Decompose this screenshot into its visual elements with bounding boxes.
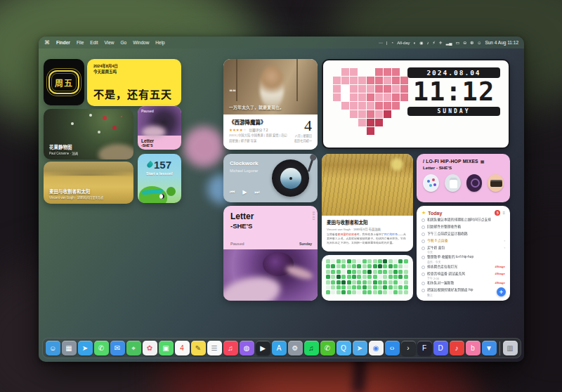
add-reminder-button[interactable]: + — [497, 287, 506, 296]
dock-icon-finder[interactable]: ☺ — [46, 341, 60, 355]
todo-checkbox[interactable] — [422, 226, 425, 229]
status-icon-1[interactable]: | — [386, 41, 388, 45]
menu-item-help[interactable]: Help — [155, 40, 164, 45]
dock-icon-netease-music[interactable]: ♪ — [450, 341, 464, 355]
dock-icon-photos[interactable]: ✿ — [143, 341, 157, 355]
art-widget-wheatfield[interactable]: 麦田与收割者和太阳 Vincent van Gogh · 1889年6月至9月初 — [44, 162, 133, 204]
dock-icon-terminal[interactable]: › — [401, 341, 416, 355]
art-widget-cezanne[interactable]: 花果静物图 Paul Cézanne · 油画 — [44, 109, 133, 159]
contribution-cell — [341, 259, 346, 263]
dock-icon-spotify[interactable]: ♫ — [304, 341, 319, 355]
contribution-cell — [347, 275, 351, 279]
friday-badge-widget[interactable]: 周五 — [44, 59, 84, 105]
todo-item-tag[interactable]: #Stage — [495, 281, 505, 285]
menu-item-window[interactable]: Window — [133, 40, 149, 45]
todo-checkbox[interactable] — [422, 256, 425, 259]
dock-icon-mail[interactable]: ✉ — [110, 341, 125, 355]
todo-checkbox[interactable] — [422, 233, 425, 236]
lofi-playlist-widget[interactable]: / LO-FI HIP-HOP MIXES ▦ Letter - SHE'S — [417, 154, 510, 202]
status-icon-9[interactable]: ▂▄ — [446, 40, 452, 45]
todo-item-tag[interactable]: #Stage — [495, 265, 505, 268]
dock-icon-messages[interactable]: ✆ — [94, 341, 109, 355]
vangogh-subtitle: Vincent van Gogh · 1889年9月 布面油画 — [327, 227, 408, 231]
dock-icon-discord[interactable]: D — [433, 341, 448, 355]
contribution-graph-widget[interactable] — [322, 255, 413, 301]
status-icon-0[interactable]: ⋯ — [379, 40, 383, 45]
todo-item: 和乐队对一遍新歌#Stage — [422, 281, 505, 287]
todo-checkbox[interactable] — [422, 273, 425, 276]
dock-icon-trash[interactable]: ▥ — [503, 341, 518, 355]
status-icon-3[interactable]: All-day — [397, 41, 410, 45]
dock-icon-downloads[interactable]: ▼ — [482, 341, 497, 355]
status-icon-2[interactable]: ◔ — [391, 41, 394, 45]
dock-icon-facetime[interactable]: ▣ — [159, 341, 174, 355]
todo-checkbox[interactable] — [422, 266, 425, 269]
pixel-clock-widget[interactable]: 2024.08.04 11:12 SUNDAY — [322, 59, 510, 149]
movie-quote-widget[interactable]: ❝❝ 一万年太久了，就要爱现在。 《西游降魔篇》 ★★★★☆ 豆瓣评分 7.2 … — [223, 59, 318, 150]
status-icon-7[interactable]: ⚡ — [432, 40, 435, 45]
apple-menu-icon[interactable]: ⌘ — [44, 39, 50, 46]
dock-icon-vscode[interactable]: ‹› — [385, 341, 400, 355]
dock-icon-settings[interactable]: ⚙ — [288, 341, 303, 355]
status-icon-5[interactable]: ◉ — [419, 40, 423, 45]
music-widget-letter-small[interactable]: Paused Letter -SHE'S — [138, 106, 181, 150]
status-icon-8[interactable]: ✈ — [439, 40, 443, 45]
contribution-cell — [378, 259, 382, 263]
next-track-button[interactable]: ⏭ — [254, 189, 259, 196]
menu-bar-clock[interactable]: Sun 4 Aug 11:12 — [485, 40, 518, 45]
heart-pixel — [375, 110, 383, 118]
dock-icon-safari[interactable]: ➤ — [78, 341, 93, 355]
todo-menu-icon[interactable]: ≡ — [502, 211, 505, 215]
todo-checkbox[interactable] — [422, 247, 425, 250]
contribution-cell — [373, 264, 377, 268]
dock-icon-figma[interactable]: F — [417, 341, 432, 355]
music-widget-letter-large[interactable]: Letter -SHE'S Paused 04:03 Sunday — [223, 206, 318, 301]
dock-icon-notes[interactable]: ✎ — [191, 341, 206, 355]
heart-pixel — [392, 93, 400, 101]
todo-item-tag[interactable]: #Stage — [495, 272, 505, 275]
heart-pixel — [384, 77, 391, 84]
todo-checkbox[interactable] — [422, 240, 425, 243]
dock-icon-telegram[interactable]: ➤ — [353, 341, 367, 355]
lofi-vinyl-cover[interactable] — [466, 174, 483, 192]
previous-track-button[interactable]: ⏮ — [230, 189, 235, 196]
status-icon-6[interactable]: ♪ — [426, 41, 429, 45]
menu-item-edit[interactable]: Edit — [90, 40, 98, 45]
menu-item-go[interactable]: Go — [121, 40, 127, 45]
play-button[interactable]: ▶ — [242, 189, 247, 196]
lofi-player-cover[interactable] — [445, 174, 461, 192]
dock-icon-maps[interactable]: ⌖ — [126, 341, 141, 355]
dock-icon-reminders[interactable]: ☰ — [207, 341, 222, 355]
dock-icon-podcasts[interactable]: ◍ — [240, 341, 254, 355]
todo-checkbox[interactable] — [422, 282, 425, 285]
menu-item-finder[interactable]: Finder — [56, 40, 70, 45]
todo-checkbox[interactable] — [422, 289, 425, 292]
status-icon-11[interactable]: ⊖ — [463, 40, 466, 45]
dock-icon-chrome[interactable]: ◉ — [369, 341, 384, 355]
lofi-cassette-cover[interactable] — [488, 174, 504, 192]
status-icon-12[interactable]: ❆ — [470, 40, 473, 45]
dock-icon-launchpad[interactable]: ▦ — [62, 341, 77, 355]
status-icon-10[interactable]: ▭ — [456, 40, 460, 45]
music-widget-clockwork[interactable]: Clockwork Michael Logozar ⏮ ▶ ⏭ — [223, 154, 318, 202]
menu-item-file[interactable]: File — [77, 40, 84, 45]
duolingo-streak-widget[interactable]: 157 Start a lesson! — [138, 154, 181, 203]
dock-icon-music[interactable]: ♫ — [223, 341, 238, 355]
status-icon-4[interactable]: ◐ — [414, 41, 417, 45]
todo-checkbox[interactable] — [422, 218, 425, 222]
dock-icon-app-store[interactable]: A — [272, 341, 287, 355]
dock-icon-qq[interactable]: Q — [336, 341, 351, 355]
contribution-cell — [336, 285, 341, 289]
dock-icon-calendar[interactable]: 4 — [175, 341, 190, 355]
dock-icon-wechat[interactable]: ✆ — [320, 341, 335, 355]
reminders-today-widget[interactable]: ★ Today 5 ≡ 和团队确认本周的排期和上线时间节点安排回复邮件并整理收件… — [417, 206, 510, 301]
lofi-hearts-cover[interactable] — [423, 174, 439, 192]
status-icon-13[interactable]: ☺ — [477, 41, 481, 45]
friday-countdown-widget[interactable]: 2024年8月4日 今天是周五吗 不是，还有五天 — [87, 59, 181, 106]
dock-icon-tv[interactable]: ▶ — [256, 341, 270, 355]
vg-body-link-red[interactable]: 麦田里的收割者 — [338, 233, 357, 236]
vg-body-link-blue[interactable]: 死亡的形象 — [384, 233, 398, 236]
vangogh-painting-widget[interactable]: 麦田与收割者和太阳 Vincent van Gogh · 1889年9月 布面油… — [322, 154, 413, 251]
dock-icon-bilibili[interactable]: b — [466, 341, 481, 355]
menu-item-view[interactable]: View — [105, 40, 115, 45]
